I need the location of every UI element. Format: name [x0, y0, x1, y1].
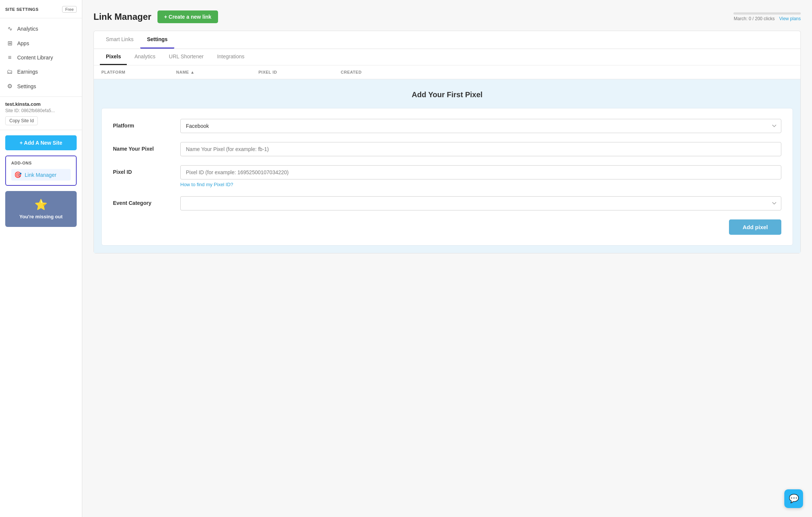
missing-out-text: You're missing out: [19, 214, 63, 219]
col-platform: PLATFORM: [101, 70, 176, 74]
view-plans-link[interactable]: View plans: [779, 16, 801, 21]
tab-smart-links[interactable]: Smart Links: [99, 31, 140, 49]
sidebar-nav: ∿ Analytics ⊞ Apps ≡ Content Library 🗂 E…: [0, 18, 82, 97]
sidebar-item-label-earnings: Earnings: [17, 69, 38, 75]
pixel-form-card: Platform Facebook Google Twitter Pintere…: [101, 108, 793, 246]
missing-out-promo: ⭐ You're missing out: [5, 191, 77, 227]
page-title: Link Manager: [94, 12, 151, 22]
sub-tab-integrations[interactable]: Integrations: [211, 49, 250, 65]
sub-tab-pixels[interactable]: Pixels: [100, 49, 127, 65]
platform-input-area: Facebook Google Twitter Pinterest Linked…: [180, 119, 781, 133]
sidebar-header: SITE SETTINGS Free: [0, 0, 82, 18]
chat-icon: 💬: [789, 494, 799, 504]
col-name: NAME ▲: [176, 70, 258, 74]
site-info: test.kinsta.com Site ID: 0862fb680efa5..…: [0, 97, 82, 130]
clicks-text: March: 0 / 200 clicks: [734, 16, 775, 21]
main-tabs: Smart Links Settings: [94, 31, 801, 49]
earnings-icon: 🗂: [6, 68, 13, 75]
site-id-label: Site ID:: [5, 108, 20, 113]
clicks-info: March: 0 / 200 clicks View plans: [734, 16, 801, 21]
pixel-id-label: Pixel ID: [113, 165, 173, 175]
platform-row: Platform Facebook Google Twitter Pintere…: [113, 119, 781, 133]
page-header-right: March: 0 / 200 clicks View plans: [733, 12, 801, 21]
pixel-name-label: Name Your Pixel: [113, 142, 173, 152]
event-category-label: Event Category: [113, 196, 173, 206]
analytics-icon: ∿: [6, 25, 13, 32]
pixel-name-input[interactable]: [180, 142, 781, 156]
sub-tab-analytics[interactable]: Analytics: [128, 49, 161, 65]
sub-tab-url-shortener[interactable]: URL Shortener: [163, 49, 210, 65]
pixel-name-input-area: [180, 142, 781, 156]
copy-site-id-button[interactable]: Copy Site Id: [5, 116, 38, 125]
sidebar-item-label-settings: Settings: [17, 83, 36, 89]
event-category-select[interactable]: [180, 196, 781, 210]
page-header: Link Manager + Create a new link March: …: [94, 10, 801, 23]
pixel-id-help-link[interactable]: How to find my Pixel ID?: [180, 182, 781, 187]
pixel-name-row: Name Your Pixel: [113, 142, 781, 156]
free-badge: Free: [62, 6, 77, 13]
content-panel: Pixels Analytics URL Shortener Integrati…: [94, 49, 801, 253]
sub-tabs: Pixels Analytics URL Shortener Integrati…: [94, 49, 800, 65]
create-new-link-button[interactable]: + Create a new link: [157, 10, 218, 23]
apps-icon: ⊞: [6, 40, 13, 47]
pixel-form-area: Add Your First Pixel Platform Facebook G…: [94, 79, 800, 253]
add-pixel-button[interactable]: Add pixel: [729, 219, 781, 235]
addon-item-label: Link Manager: [25, 172, 56, 178]
site-settings-title: SITE SETTINGS: [5, 7, 39, 12]
settings-icon: ⚙: [6, 83, 13, 90]
progress-bar-container: [733, 12, 801, 15]
site-domain: test.kinsta.com: [5, 101, 77, 107]
col-pixel-id: PIXEL ID: [258, 70, 341, 74]
sidebar-item-label-analytics: Analytics: [17, 26, 38, 32]
star-icon: ⭐: [10, 199, 71, 211]
sidebar-item-apps[interactable]: ⊞ Apps: [0, 36, 82, 50]
platform-label: Platform: [113, 119, 173, 129]
table-header: PLATFORM NAME ▲ PIXEL ID CREATED: [94, 65, 800, 79]
sidebar-item-analytics[interactable]: ∿ Analytics: [0, 21, 82, 36]
pixel-id-input-area: How to find my Pixel ID?: [180, 165, 781, 187]
main-content: Link Manager + Create a new link March: …: [82, 0, 812, 517]
col-created: CREATED: [341, 70, 416, 74]
sidebar-item-label-content-library: Content Library: [17, 55, 53, 61]
sidebar-item-content-library[interactable]: ≡ Content Library: [0, 50, 82, 65]
sidebar-item-earnings[interactable]: 🗂 Earnings: [0, 65, 82, 79]
event-category-row: Event Category: [113, 196, 781, 210]
pixel-id-input[interactable]: [180, 165, 781, 179]
content-library-icon: ≡: [6, 54, 13, 61]
link-manager-icon: 🎯: [14, 171, 22, 178]
site-id-value: 0862fb680efa5...: [21, 108, 55, 113]
sidebar-item-label-apps: Apps: [17, 40, 29, 46]
site-id-text: Site ID: 0862fb680efa5...: [5, 108, 77, 113]
tab-settings[interactable]: Settings: [140, 31, 174, 49]
addons-title: ADD-ONS: [11, 161, 71, 165]
event-category-input-area: [180, 196, 781, 210]
add-new-site-button[interactable]: + Add A New Site: [5, 135, 77, 150]
sidebar-item-settings[interactable]: ⚙ Settings: [0, 79, 82, 93]
chat-button[interactable]: 💬: [784, 489, 803, 508]
pixel-form-title: Add Your First Pixel: [101, 90, 793, 99]
pixel-id-row: Pixel ID How to find my Pixel ID?: [113, 165, 781, 187]
sidebar: SITE SETTINGS Free ∿ Analytics ⊞ Apps ≡ …: [0, 0, 82, 517]
platform-select[interactable]: Facebook Google Twitter Pinterest Linked…: [180, 119, 781, 133]
page-header-left: Link Manager + Create a new link: [94, 10, 218, 23]
addons-section: ADD-ONS 🎯 Link Manager: [5, 156, 77, 186]
addon-item-link-manager[interactable]: 🎯 Link Manager: [11, 169, 71, 181]
